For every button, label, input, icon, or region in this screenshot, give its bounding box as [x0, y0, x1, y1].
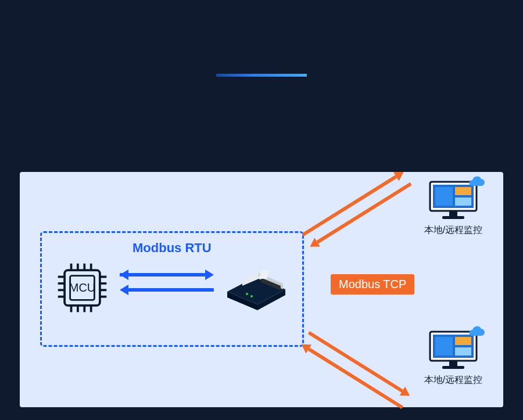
- tcp-arrow-lower-icon: [289, 310, 424, 420]
- svg-rect-32: [449, 211, 457, 216]
- svg-rect-38: [455, 347, 471, 356]
- modbus-tcp-badge: Modbus TCP: [331, 274, 414, 295]
- svg-rect-39: [449, 361, 457, 366]
- svg-rect-33: [442, 216, 464, 219]
- client-2-caption: 本地/远程监控: [421, 374, 486, 386]
- diagram-stage: MCU Modbus RTU Modbus T: [0, 0, 523, 420]
- svg-rect-31: [455, 198, 471, 206]
- rtu-biarrow-icon: [120, 270, 214, 296]
- mcu-chip-icon: MCU: [55, 260, 110, 315]
- remote-client-1: 本地/远程监控: [421, 180, 486, 236]
- svg-rect-30: [455, 187, 471, 195]
- cloud-icon-2: [466, 325, 486, 338]
- modbus-tcp-label: Modbus TCP: [339, 278, 406, 290]
- accent-bar: [216, 74, 307, 77]
- svg-rect-37: [455, 337, 471, 345]
- svg-point-26: [250, 295, 253, 297]
- diagram-panel: MCU Modbus RTU Modbus T: [20, 172, 503, 407]
- tcp-arrow-upper-icon: [289, 150, 424, 267]
- svg-rect-40: [442, 366, 464, 369]
- mcu-label: MCU: [55, 260, 110, 315]
- svg-point-25: [246, 293, 248, 295]
- svg-rect-29: [435, 187, 453, 206]
- remote-client-2: 本地/远程监控: [421, 330, 486, 386]
- ethernet-module-icon: [225, 266, 289, 311]
- cloud-icon-1: [466, 175, 486, 188]
- svg-rect-36: [435, 337, 453, 356]
- client-1-caption: 本地/远程监控: [421, 224, 486, 236]
- modbus-rtu-label: Modbus RTU: [132, 240, 212, 256]
